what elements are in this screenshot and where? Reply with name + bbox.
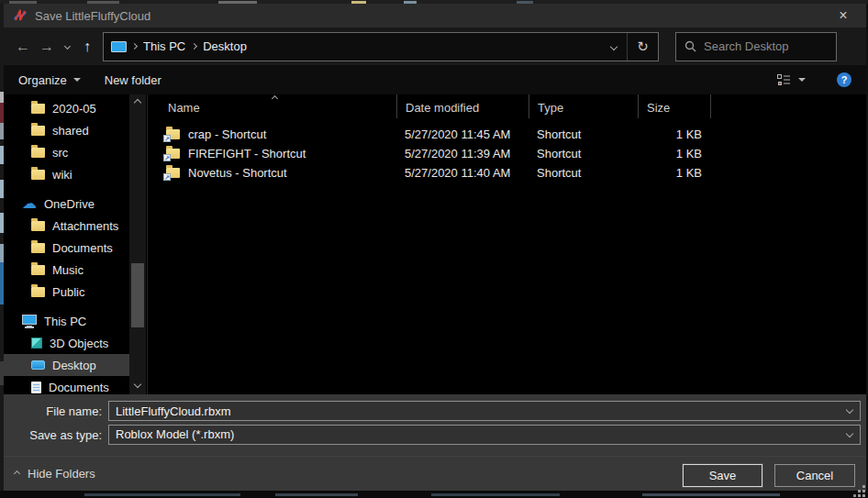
shortcut-folder-icon: ↗ (166, 149, 180, 159)
folder-icon (31, 126, 45, 136)
search-input[interactable] (704, 39, 823, 53)
breadcrumb-this-pc[interactable]: This PC (137, 33, 192, 61)
chevron-down-icon (610, 42, 618, 50)
file-name-label: File name: (4, 404, 108, 418)
table-row[interactable]: ↗ FIREFIGHT - Shortcut 5/27/2020 11:39 A… (148, 144, 866, 163)
type-cell: Shortcut (529, 127, 638, 141)
recent-locations-button[interactable] (59, 35, 75, 59)
date-modified-cell: 5/27/2020 11:45 AM (396, 127, 529, 141)
up-button[interactable]: ↑ (75, 35, 99, 59)
hide-folders-button[interactable]: Hide Folders (15, 467, 95, 481)
file-name-cell: ↗ Novetus - Shortcut (148, 166, 396, 180)
folder-icon (31, 104, 45, 114)
background-text-fragment (431, 493, 560, 496)
organize-label: Organize (18, 73, 67, 87)
background-text-fragment (275, 493, 358, 496)
sidebar-item-documents[interactable]: Documents (4, 237, 129, 259)
breadcrumb-desktop[interactable]: Desktop (196, 33, 253, 61)
address-bar[interactable]: This PC Desktop ↻ (103, 32, 659, 61)
date-modified-cell: 5/27/2020 11:40 AM (396, 166, 529, 180)
cancel-button[interactable]: Cancel (774, 464, 855, 487)
sidebar-item-label: OneDrive (44, 197, 95, 211)
column-header-size[interactable]: Size (638, 94, 711, 118)
size-cell: 1 KB (638, 127, 711, 141)
file-name: Novetus - Shortcut (188, 166, 287, 180)
search-icon (684, 40, 696, 52)
background-window-sliver-bottom (0, 491, 868, 498)
sidebar-item-label: 2020-05 (52, 102, 96, 116)
title-bar[interactable]: Save LittleFluffyCloud × (4, 4, 866, 28)
chevron-down-icon (63, 43, 70, 50)
table-row[interactable]: ↗ crap - Shortcut 5/27/2020 11:45 AM Sho… (148, 125, 866, 144)
sidebar-item-label: wiki (52, 168, 72, 182)
sidebar-item-label: src (52, 146, 68, 160)
sidebar-item-label: This PC (44, 315, 86, 328)
sidebar-item-documents-pc[interactable]: Documents (4, 376, 129, 394)
type-cell: Shortcut (529, 166, 638, 180)
file-list: Name Date modified Type Size ↗ crap - Sh… (148, 94, 866, 394)
background-text-fragment (642, 493, 780, 496)
address-dropdown-button[interactable] (601, 33, 627, 61)
background-text-fragment (84, 493, 240, 496)
save-button[interactable]: Save (683, 464, 762, 487)
sidebar-scrollbar[interactable] (129, 94, 146, 394)
table-row[interactable]: ↗ Novetus - Shortcut 5/27/2020 11:40 AM … (148, 163, 866, 183)
sidebar-item-desktop[interactable]: Desktop (4, 354, 129, 376)
cube-icon (31, 338, 42, 349)
close-icon[interactable]: × (829, 4, 857, 28)
sidebar-item-public[interactable]: Public (4, 281, 129, 303)
shortcut-arrow-icon: ↗ (163, 135, 171, 142)
toolbar-right: ? (777, 72, 851, 87)
sidebar-item-onedrive[interactable]: ☁ OneDrive (4, 193, 129, 215)
help-icon[interactable]: ? (837, 72, 851, 87)
sidebar-item-src[interactable]: src (4, 141, 129, 163)
hide-folders-label: Hide Folders (28, 467, 95, 481)
sidebar-item-label: Public (52, 285, 84, 299)
address-bar-controls: ↻ (601, 33, 658, 61)
filename-panel: File name: Save as type: Roblox Model (*… (4, 394, 866, 456)
sidebar-item-wiki[interactable]: wiki (4, 163, 129, 185)
computer-icon (22, 315, 37, 325)
views-dropdown-caret-icon[interactable] (798, 78, 806, 82)
forward-button[interactable]: → (35, 35, 59, 59)
desktop-icon (31, 360, 45, 370)
file-name-input[interactable] (108, 401, 861, 421)
scroll-down-icon[interactable] (134, 381, 141, 388)
refresh-button[interactable]: ↻ (628, 33, 658, 61)
sidebar-item-2020-05[interactable]: 2020-05 (4, 97, 129, 119)
sidebar-item-shared[interactable]: shared (4, 119, 129, 141)
sidebar-item-label: Documents (52, 241, 113, 255)
organize-button[interactable]: Organize (18, 73, 81, 87)
column-header-type[interactable]: Type (529, 94, 638, 118)
sidebar-item-label: Desktop (52, 359, 96, 372)
scrollbar-thumb[interactable] (131, 263, 144, 327)
sidebar-item-this-pc[interactable]: This PC (4, 310, 129, 332)
views-icon[interactable] (777, 74, 791, 86)
size-cell: 1 KB (638, 147, 711, 160)
folder-icon (31, 287, 45, 297)
folder-icon (31, 265, 45, 275)
save-as-type-select[interactable]: Roblox Model (*.rbxm) (108, 425, 861, 445)
shortcut-arrow-icon: ↗ (163, 173, 171, 181)
new-folder-button[interactable]: New folder (105, 73, 161, 87)
column-header-date-modified[interactable]: Date modified (396, 94, 529, 118)
sidebar-item-attachments[interactable]: Attachments (4, 215, 129, 237)
save-dialog: Save LittleFluffyCloud × ← → ↑ This PC D… (4, 4, 866, 491)
dropdown-caret-icon (73, 78, 81, 82)
back-button[interactable]: ← (11, 35, 35, 59)
file-name-cell: ↗ FIREFIGHT - Shortcut (148, 147, 396, 160)
document-icon (31, 382, 41, 393)
type-cell: Shortcut (529, 147, 638, 160)
novetus-app-icon (13, 8, 28, 23)
save-as-type-value[interactable]: Roblox Model (*.rbxm) (108, 425, 861, 445)
resize-grip[interactable] (852, 485, 865, 497)
sidebar-item-label: Documents (49, 381, 109, 394)
search-box[interactable] (675, 32, 837, 61)
scroll-up-icon[interactable] (134, 99, 141, 106)
sidebar-item-music[interactable]: Music (4, 259, 129, 281)
shortcut-folder-icon: ↗ (166, 129, 180, 139)
sidebar-item-label: 3D Objects (50, 337, 108, 350)
size-cell: 1 KB (638, 166, 711, 180)
sidebar-item-3d-objects[interactable]: 3D Objects (4, 332, 129, 354)
shortcut-folder-icon: ↗ (166, 168, 180, 178)
